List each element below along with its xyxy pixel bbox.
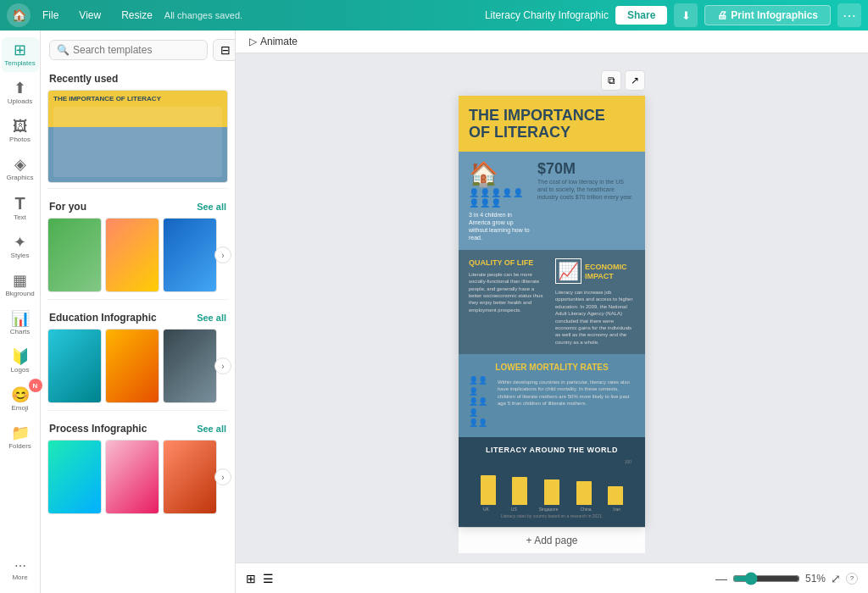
charts-label: Charts — [10, 328, 31, 335]
sidebar-item-emoji[interactable]: 😊 Emoji N — [2, 382, 39, 417]
bar-label-us: US — [511, 507, 517, 512]
stat-children-text: 3 in 4 children in America grow up witho… — [469, 211, 531, 241]
zoom-help-button[interactable]: ? — [846, 573, 858, 585]
search-input-wrap[interactable]: 🔍 — [49, 40, 208, 60]
world-title: LITERACY AROUND THE WORLD — [469, 446, 635, 454]
ig-gray-section: QUALITY OF LIFE Literate people can be m… — [459, 250, 645, 354]
more-page-button[interactable]: ↗ — [625, 70, 645, 91]
sidebar-item-photos[interactable]: 🖼 Photos — [2, 114, 39, 148]
bar-column-china — [576, 481, 592, 505]
ft-body — [53, 107, 222, 177]
sidebar-item-logos[interactable]: 🔰 Logos — [2, 344, 39, 379]
sidebar-item-styles[interactable]: ✦ Styles — [2, 230, 39, 264]
ig-header: THE IMPORTANCE OF LITERACY — [459, 96, 645, 152]
infographic: THE IMPORTANCE OF LITERACY 🏠 👤👤👤 — [459, 96, 645, 527]
zoom-value: 51% — [805, 573, 826, 585]
canvas-viewport[interactable]: ⧉ ↗ THE IMPORTANCE OF LITERACY — [236, 53, 868, 593]
print-button[interactable]: 🖨 Print Infographics — [704, 5, 831, 25]
divider-3 — [47, 410, 228, 411]
bar-label-singapore: Singapore — [539, 507, 559, 512]
bar-label-china: China — [580, 507, 591, 512]
mortality-body-text: Within developing countries in particula… — [498, 379, 635, 429]
bkground-label: Bkground — [5, 290, 34, 297]
sidebar-item-uploads[interactable]: ⬆ Uploads — [2, 75, 39, 110]
project-title: Literacy Charity Infographic — [485, 9, 609, 21]
sidebar-item-templates[interactable]: ⊞ Templates — [2, 37, 39, 72]
education-label: Education Infographic — [49, 312, 157, 324]
education-thumb-3[interactable] — [163, 329, 217, 403]
filter-button[interactable]: ⊟ — [213, 39, 236, 61]
chart-icon: 📈 — [555, 258, 581, 284]
process-thumb-3[interactable] — [163, 440, 217, 514]
bar-singapore — [544, 479, 559, 505]
process-thumb-1[interactable] — [47, 440, 102, 514]
logos-icon: 🔰 — [11, 349, 30, 364]
sidebar-item-text[interactable]: T Text — [2, 190, 39, 226]
process-label: Process Infographic — [49, 423, 147, 435]
zoom-controls: — 51% ⤢ ? — [715, 572, 858, 585]
sidebar-item-more[interactable]: ⋯ More — [2, 555, 39, 586]
grid-view-button[interactable]: ⊞ — [246, 572, 256, 585]
add-page-bar[interactable]: + Add page — [459, 527, 645, 553]
bottom-bar: ⊞ ☰ — 51% ⤢ ? — [236, 563, 868, 593]
share-button[interactable]: Share — [615, 6, 667, 25]
bar-us — [512, 477, 527, 505]
quality-title: QUALITY OF LIFE — [469, 258, 548, 268]
bar-column-uk — [481, 475, 496, 505]
template-thumb-1[interactable] — [47, 218, 102, 292]
education-nav-arrow[interactable]: › — [214, 357, 231, 374]
canvas-page: THE IMPORTANCE OF LITERACY 🏠 👤👤👤 — [459, 96, 645, 527]
economic-title: ECONOMIC IMPACT — [585, 263, 635, 281]
zoom-slider[interactable] — [732, 572, 800, 585]
stat-amount: $70M — [537, 160, 635, 178]
bar-chart — [469, 471, 635, 505]
featured-template-literacy[interactable]: THE IMPORTANCE OF LITERACY — [47, 90, 228, 183]
education-thumb-2[interactable] — [105, 329, 159, 403]
bottom-right-controls: — 51% ⤢ ? — [715, 572, 858, 585]
nav-file[interactable]: File — [34, 6, 67, 25]
background-icon: ▦ — [13, 273, 27, 288]
for-you-templates: › — [47, 218, 228, 292]
list-view-button[interactable]: ☰ — [263, 572, 274, 585]
canvas-area: ▷ Animate ⧉ ↗ THE IMPORTANCE OF LITE — [236, 30, 868, 593]
download-button[interactable]: ⬇ — [674, 3, 698, 27]
sidebar-item-folders[interactable]: 📁 Folders — [2, 420, 39, 455]
canvas-toolbar: ▷ Animate — [236, 30, 868, 53]
process-templates: › — [47, 440, 228, 514]
process-thumb-2[interactable] — [105, 440, 159, 514]
templates-icon: ⊞ — [14, 42, 26, 58]
zoom-minus-icon[interactable]: — — [715, 572, 727, 585]
sidebar-item-graphics[interactable]: ◈ Graphics — [2, 152, 39, 186]
sidebar-item-background[interactable]: ▦ Bkground — [2, 268, 39, 302]
page-controls: ⧉ ↗ — [601, 70, 645, 91]
process-see-all[interactable]: See all — [197, 424, 226, 434]
more-button[interactable]: ⋯ — [837, 3, 861, 27]
ig-title: THE IMPORTANCE OF LITERACY — [469, 108, 635, 141]
for-you-nav-arrow[interactable]: › — [214, 247, 231, 263]
animate-label: Animate — [260, 36, 298, 47]
photos-label: Photos — [9, 136, 31, 143]
animate-icon: ▷ — [249, 36, 257, 47]
sidebar-item-charts[interactable]: 📊 Charts — [2, 306, 39, 341]
ig-blue-section: 🏠 👤👤👤 👤👤👤 👤👤 3 in 4 children in America … — [459, 152, 645, 250]
process-nav-arrow[interactable]: › — [214, 468, 231, 485]
for-you-see-all[interactable]: See all — [197, 202, 226, 212]
fullscreen-icon[interactable]: ⤢ — [831, 572, 841, 585]
template-thumb-2[interactable] — [105, 218, 159, 292]
nav-view[interactable]: View — [70, 6, 109, 25]
home-button[interactable]: 🏠 — [7, 3, 31, 27]
uploads-label: Uploads — [8, 97, 32, 105]
education-section-header: Education Infographic See all — [47, 305, 228, 329]
house-icon: 🏠 — [469, 161, 498, 187]
search-input[interactable] — [73, 44, 200, 56]
education-thumb-1[interactable] — [47, 329, 102, 403]
bar-uk — [481, 475, 496, 505]
charts-icon: 📊 — [11, 311, 30, 326]
people-icons: 👤👤👤 👤👤👤 👤👤 — [469, 188, 531, 208]
education-see-all[interactable]: See all — [197, 313, 226, 323]
copy-page-button[interactable]: ⧉ — [601, 70, 621, 91]
stat-amount-desc: The cost of low literacy in the US and t… — [537, 178, 635, 201]
template-thumb-3[interactable] — [163, 218, 217, 292]
animate-button[interactable]: ▷ Animate — [249, 36, 298, 47]
nav-resize[interactable]: Resize — [113, 6, 161, 25]
